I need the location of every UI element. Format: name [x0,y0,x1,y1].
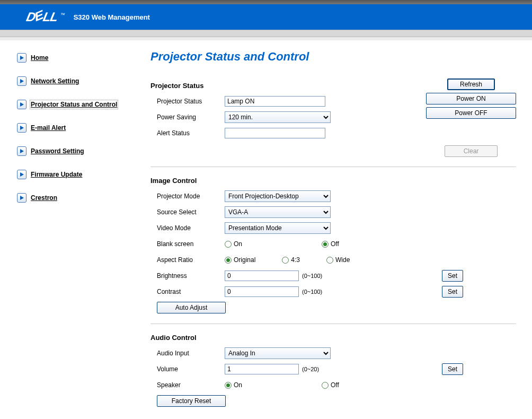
projector-mode-select[interactable]: Front Projection-Desktop [225,190,331,202]
sidebar-item-email-alert[interactable]: E-mail Alert [17,123,140,133]
play-icon [17,76,26,86]
play-icon [17,53,26,63]
radio-label: 4:3 [291,256,300,264]
sidebar-item-label: E-mail Alert [31,124,66,132]
aspect-wide-radio[interactable]: Wide [326,256,350,264]
radio-label: On [234,381,242,389]
section-title-image: Image Control [150,177,516,185]
volume-range: (0~20) [302,366,319,372]
volume-input[interactable] [225,364,299,374]
svg-marker-6 [20,196,24,200]
speaker-off-radio[interactable]: Off [322,381,339,389]
label-alert-status: Alert Status [150,129,225,137]
label-aspect-ratio: Aspect Ratio [150,256,225,264]
radio-label: Off [331,381,339,389]
clear-button: Clear [445,145,498,157]
label-power-saving: Power Saving [150,114,225,121]
play-icon [17,123,26,133]
projector-status-field [225,96,325,107]
alert-status-field [225,128,325,138]
svg-marker-0 [20,56,24,60]
power-on-button[interactable]: Power ON [426,93,516,104]
svg-marker-5 [20,172,24,177]
sidebar-item-label: Password Setting [31,147,84,155]
separator [150,324,516,324]
section-title-audio: Audio Control [150,334,516,342]
svg-marker-1 [20,79,24,83]
header-bar: DELL™ S320 Web Management [0,4,532,30]
blank-screen-off-radio[interactable]: Off [322,240,339,248]
radio-label: Off [331,240,339,248]
sidebar-item-crestron[interactable]: Crestron [17,193,140,203]
brightness-input[interactable] [225,270,299,281]
svg-marker-3 [20,126,24,130]
refresh-button[interactable]: Refresh [447,78,495,90]
sidebar-item-projector-status[interactable]: Projector Status and Control [17,100,140,109]
sidebar-item-label: Firmware Update [31,171,82,178]
label-contrast: Contrast [150,288,225,295]
radio-label: Wide [335,256,350,264]
sidebar-item-firmware-update[interactable]: Firmware Update [17,170,140,179]
label-volume: Volume [150,365,225,373]
sidebar: Home Network Setting Projector Status an… [10,40,145,419]
play-icon [17,170,26,179]
label-video-mode: Video Mode [150,224,225,232]
label-brightness: Brightness [150,272,225,280]
label-speaker: Speaker [150,381,225,389]
contrast-set-button[interactable]: Set [442,286,463,298]
svg-marker-4 [20,149,24,153]
power-saving-select[interactable]: 120 min. [225,111,331,123]
main-content: Projector Status and Control Projector S… [145,40,532,419]
aspect-43-radio[interactable]: 4:3 [282,256,300,264]
play-icon [17,193,26,203]
sidebar-item-password-setting[interactable]: Password Setting [17,146,140,156]
sidebar-item-label: Crestron [31,194,57,202]
toolbar-strip [0,30,532,37]
play-icon [17,146,26,156]
label-audio-input: Audio Input [150,350,225,357]
sidebar-item-label: Home [31,54,48,62]
contrast-input[interactable] [225,286,299,297]
dell-logo: DELL™ [25,10,66,24]
label-blank-screen: Blank screen [150,240,225,248]
auto-adjust-button[interactable]: Auto Adjust [157,302,226,313]
window-titlebar-strip [0,0,532,4]
separator [150,167,516,167]
speaker-on-radio[interactable]: On [225,381,242,389]
contrast-range: (0~100) [302,289,322,295]
sidebar-item-network-setting[interactable]: Network Setting [17,76,140,86]
play-icon [17,100,26,109]
brightness-range: (0~100) [302,273,322,279]
video-mode-select[interactable]: Presentation Mode [225,222,331,234]
radio-label: On [234,240,242,248]
power-off-button[interactable]: Power OFF [426,107,516,119]
sidebar-item-home[interactable]: Home [17,53,140,63]
aspect-original-radio[interactable]: Original [225,256,255,264]
blank-screen-on-radio[interactable]: On [225,240,242,248]
factory-reset-button[interactable]: Factory Reset [157,395,226,407]
svg-marker-2 [20,102,24,107]
audio-input-select[interactable]: Analog In [225,347,331,359]
label-source-select: Source Select [150,208,225,216]
header-title: S320 Web Management [74,13,150,21]
section-title-status: Projector Status [150,82,426,90]
volume-set-button[interactable]: Set [442,363,463,375]
label-projector-status: Projector Status [150,98,225,105]
sidebar-item-label: Network Setting [31,77,79,85]
source-select[interactable]: VGA-A [225,206,331,218]
brightness-set-button[interactable]: Set [442,270,463,282]
radio-label: Original [234,256,255,264]
label-projector-mode: Projector Mode [150,193,225,200]
page-title: Projector Status and Control [150,50,516,64]
sidebar-item-label: Projector Status and Control [31,101,117,108]
